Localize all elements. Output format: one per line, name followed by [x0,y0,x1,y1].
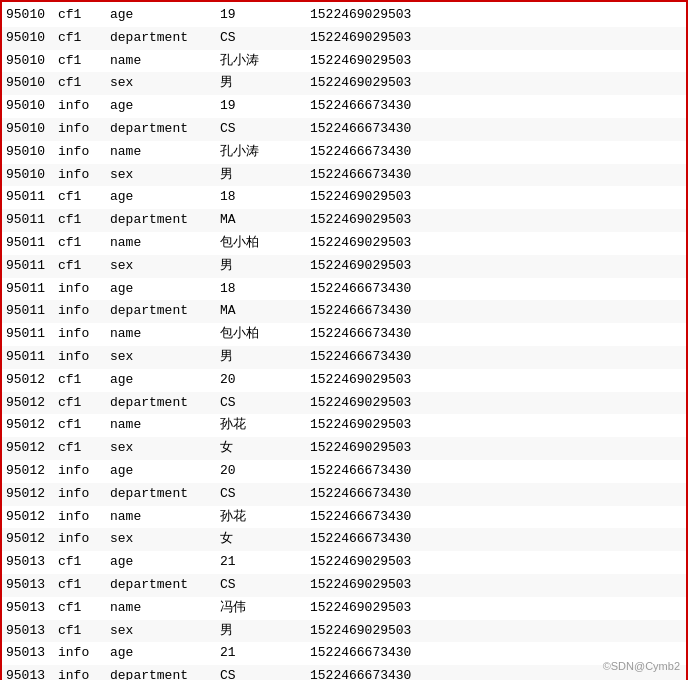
cell-value: CS [220,575,310,596]
cell-id: 95010 [6,142,58,163]
cell-family: cf1 [58,552,110,573]
cell-timestamp: 1522466673430 [310,279,470,300]
cell-timestamp: 1522469029503 [310,256,470,277]
cell-value: CS [220,484,310,505]
cell-id: 95011 [6,347,58,368]
data-table: 95010 cf1 age 19 1522469029503 95010 cf1… [0,0,688,680]
table-row: 95011 cf1 age 18 1522469029503 [2,186,686,209]
table-row: 95010 cf1 department CS 1522469029503 [2,27,686,50]
table-row: 95012 cf1 sex 女 1522469029503 [2,437,686,460]
cell-value: 男 [220,347,310,368]
cell-family: info [58,142,110,163]
cell-family: info [58,643,110,664]
cell-family: info [58,165,110,186]
table-row: 95010 cf1 sex 男 1522469029503 [2,72,686,95]
table-row: 95012 info sex 女 1522466673430 [2,528,686,551]
cell-qualifier: sex [110,438,220,459]
cell-family: cf1 [58,28,110,49]
cell-id: 95012 [6,461,58,482]
cell-id: 95011 [6,279,58,300]
cell-id: 95011 [6,210,58,231]
cell-qualifier: department [110,484,220,505]
table-row: 95013 cf1 sex 男 1522469029503 [2,620,686,643]
cell-value: 21 [220,552,310,573]
table-row: 95013 info department CS 1522466673430 [2,665,686,680]
cell-family: info [58,324,110,345]
cell-id: 95010 [6,96,58,117]
cell-value: 孔小涛 [220,51,310,72]
cell-qualifier: department [110,28,220,49]
cell-value: 男 [220,256,310,277]
table-row: 95012 cf1 name 孙花 1522469029503 [2,414,686,437]
cell-family: info [58,484,110,505]
cell-qualifier: department [110,393,220,414]
cell-timestamp: 1522469029503 [310,73,470,94]
cell-value: CS [220,393,310,414]
table-row: 95012 info department CS 1522466673430 [2,483,686,506]
cell-family: info [58,96,110,117]
cell-id: 95010 [6,73,58,94]
cell-id: 95011 [6,301,58,322]
cell-timestamp: 1522469029503 [310,187,470,208]
cell-qualifier: name [110,233,220,254]
table-row: 95013 cf1 age 21 1522469029503 [2,551,686,574]
cell-family: cf1 [58,210,110,231]
cell-timestamp: 1522469029503 [310,51,470,72]
cell-timestamp: 1522469029503 [310,370,470,391]
cell-qualifier: sex [110,347,220,368]
cell-family: cf1 [58,370,110,391]
cell-family: cf1 [58,415,110,436]
table-row: 95011 info age 18 1522466673430 [2,278,686,301]
cell-qualifier: age [110,461,220,482]
cell-qualifier: age [110,370,220,391]
cell-qualifier: name [110,507,220,528]
cell-timestamp: 1522466673430 [310,301,470,322]
cell-id: 95012 [6,393,58,414]
cell-id: 95012 [6,529,58,550]
table-row: 95013 info age 21 1522466673430 [2,642,686,665]
cell-qualifier: department [110,301,220,322]
cell-value: 19 [220,96,310,117]
cell-id: 95010 [6,51,58,72]
cell-timestamp: 1522469029503 [310,415,470,436]
cell-family: cf1 [58,187,110,208]
cell-value: 孙花 [220,507,310,528]
table-row: 95012 info age 20 1522466673430 [2,460,686,483]
table-row: 95011 cf1 name 包小柏 1522469029503 [2,232,686,255]
cell-timestamp: 1522469029503 [310,598,470,619]
table-row: 95010 info name 孔小涛 1522466673430 [2,141,686,164]
cell-value: 21 [220,643,310,664]
cell-value: 20 [220,461,310,482]
cell-qualifier: department [110,119,220,140]
cell-timestamp: 1522466673430 [310,324,470,345]
cell-family: info [58,301,110,322]
cell-qualifier: sex [110,621,220,642]
table-row: 95011 cf1 department MA 1522469029503 [2,209,686,232]
cell-id: 95012 [6,484,58,505]
cell-timestamp: 1522466673430 [310,119,470,140]
cell-value: CS [220,119,310,140]
cell-id: 95013 [6,666,58,680]
table-row: 95012 cf1 age 20 1522469029503 [2,369,686,392]
cell-qualifier: name [110,142,220,163]
cell-id: 95013 [6,643,58,664]
table-row: 95013 cf1 department CS 1522469029503 [2,574,686,597]
cell-id: 95012 [6,438,58,459]
cell-value: CS [220,666,310,680]
cell-value: 包小柏 [220,324,310,345]
cell-value: 男 [220,73,310,94]
cell-value: CS [220,28,310,49]
cell-id: 95010 [6,5,58,26]
cell-qualifier: department [110,666,220,680]
cell-timestamp: 1522466673430 [310,165,470,186]
cell-timestamp: 1522466673430 [310,507,470,528]
cell-qualifier: department [110,210,220,231]
cell-value: 女 [220,529,310,550]
cell-id: 95010 [6,28,58,49]
cell-family: cf1 [58,438,110,459]
cell-qualifier: age [110,279,220,300]
cell-timestamp: 1522466673430 [310,142,470,163]
cell-family: cf1 [58,575,110,596]
table-row: 95012 cf1 department CS 1522469029503 [2,392,686,415]
cell-value: 男 [220,621,310,642]
